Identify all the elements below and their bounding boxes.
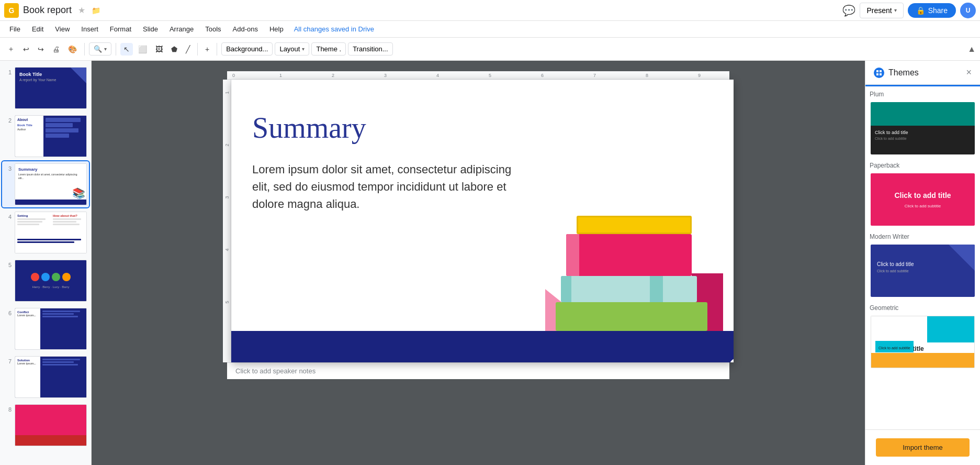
slide-num-7: 7 (4, 358, 12, 364)
svg-rect-2 (876, 73, 878, 75)
themes-footer: Import theme (865, 429, 980, 465)
import-theme-button[interactable]: Import theme (876, 438, 970, 457)
slide-main-title[interactable]: Summary (252, 111, 366, 145)
present-button[interactable]: Present ▾ (860, 3, 903, 18)
avatar[interactable]: U (960, 3, 976, 18)
theme-plum-label: Plum (870, 91, 976, 98)
slide-num-2: 2 (4, 117, 12, 124)
add-button[interactable]: + (202, 43, 212, 56)
svg-rect-3 (880, 73, 882, 75)
slide-canvas[interactable]: Summary Lorem ipsum dolor sit amet, cons… (231, 80, 734, 362)
line-button[interactable]: ╱ (183, 43, 193, 56)
speaker-notes-text: Click to add speaker notes (235, 367, 316, 375)
geometric-cyan-block (927, 316, 974, 342)
themes-header: Themes × (865, 61, 980, 85)
slide-num-6: 6 (4, 310, 12, 316)
shapes-button[interactable]: ⬟ (168, 43, 181, 56)
menu-slide[interactable]: Slide (138, 23, 163, 35)
redo-button[interactable]: ↪ (35, 43, 47, 56)
slide-thumb-2[interactable]: 2 About Book Title Author (2, 113, 89, 159)
plum-title-text: Click to add title (875, 130, 971, 135)
app-icon: G (4, 3, 19, 18)
slide-num-5: 5 (4, 262, 12, 268)
toolbar-separator-3 (197, 43, 198, 56)
zoom-icon: 🔍 (94, 45, 102, 53)
star-icon[interactable]: ★ (78, 5, 85, 15)
layout-button[interactable]: Layout ▾ (275, 42, 309, 56)
paperback-title-text: Click to add title (894, 191, 951, 200)
layout-chevron-icon: ▾ (302, 46, 305, 52)
theme-modern-preview[interactable]: Click to add title Click to add subtitle (870, 243, 976, 298)
toolbar-separator-2 (116, 43, 116, 56)
slide-num-4: 4 (4, 214, 12, 220)
theme-plum-preview[interactable]: Click to add title Click to add subtitle (870, 101, 976, 156)
geometric-yellow-block (871, 353, 974, 368)
themes-close-button[interactable]: × (966, 67, 972, 78)
theme-section-geometric: Geometric Click to add title Click to ad… (870, 304, 976, 369)
slide-bottom-bar (231, 331, 734, 362)
canvas-area[interactable]: 0 1 2 3 4 5 6 7 8 9 1 2 3 4 5 Summary (92, 61, 865, 465)
books-illustration (545, 184, 723, 331)
menu-help[interactable]: Help (264, 23, 289, 35)
themes-icon (874, 68, 884, 78)
new-slide-button[interactable]: ＋ (4, 42, 18, 56)
geometric-subtitle-text: Click to add subtitle (878, 346, 910, 350)
paperback-subtitle-text: Click to add subtitle (905, 204, 941, 208)
menu-insert[interactable]: Insert (76, 23, 104, 35)
theme-modern-label: Modern Writer (870, 233, 976, 240)
text-box-button[interactable]: ⬜ (135, 43, 150, 56)
select-tool-button[interactable]: ↖ (120, 43, 133, 56)
document-title[interactable]: Book report (23, 5, 72, 16)
slide3-body: Lorem ipsum dolor sit amet, consectetur … (15, 173, 86, 180)
modern-subtitle-text: Click to add subtitle (877, 269, 968, 273)
ruler-horizontal: 0 1 2 3 4 5 6 7 8 9 (227, 71, 729, 80)
paint-format-button[interactable]: 🎨 (65, 43, 80, 56)
slide-preview-2: About Book Title Author (15, 115, 87, 157)
slide-thumb-3[interactable]: 3 Summary Lorem ipsum dolor sit amet, co… (2, 161, 89, 207)
slide-preview-7: SolutionLorem ipsum... (15, 356, 87, 398)
menu-file[interactable]: File (4, 23, 26, 35)
slide1-subtitle: A report by Your Name (15, 78, 86, 82)
undo-button[interactable]: ↩ (20, 43, 32, 56)
menu-edit[interactable]: Edit (27, 23, 49, 35)
menu-tools[interactable]: Tools (200, 23, 226, 35)
slide-preview-6: ConflictLorem ipsum... (15, 308, 87, 350)
menu-bar: File Edit View Insert Format Slide Arran… (0, 21, 980, 38)
themes-panel: Themes × Plum Click to add title Click t… (865, 61, 980, 465)
menu-format[interactable]: Format (105, 23, 137, 35)
share-button[interactable]: 🔒 Share (908, 3, 956, 18)
theme-button[interactable]: Theme . (311, 42, 346, 56)
folder-icon[interactable]: 📁 (92, 6, 100, 15)
ruler-vertical: 1 2 3 4 5 (223, 80, 231, 362)
menu-arrange[interactable]: Arrange (164, 23, 199, 35)
slide-thumb-4[interactable]: 4 Setting How about that? (2, 209, 89, 256)
theme-section-modern-writer: Modern Writer Click to add title Click t… (870, 233, 976, 298)
slide-num-3: 3 (4, 165, 12, 172)
svg-rect-1 (880, 70, 882, 72)
slide5-avatars (31, 273, 71, 281)
theme-paperback-preview[interactable]: Click to add title Click to add subtitle (870, 172, 976, 227)
theme-section-paperback: Paperback Click to add title Click to ad… (870, 162, 976, 227)
theme-geometric-preview[interactable]: Click to add title Click to add subtitle (870, 315, 976, 369)
slide-thumb-1[interactable]: 1 Book Title A report by Your Name (2, 65, 89, 111)
themes-title: Themes (888, 68, 919, 78)
comments-icon[interactable]: 💬 (842, 4, 855, 17)
slide-num-1: 1 (4, 69, 12, 75)
slide-body-text[interactable]: Lorem ipsum dolor sit amet, consectetur … (252, 161, 524, 213)
menu-addons[interactable]: Add-ons (228, 23, 263, 35)
zoom-dropdown[interactable]: 🔍 ▾ (89, 42, 111, 56)
slide-thumb-8[interactable]: 8 (2, 402, 89, 448)
transition-button[interactable]: Transition... (348, 42, 392, 56)
collapse-toolbar-button[interactable]: ▲ (967, 45, 976, 54)
slide-thumb-7[interactable]: 7 SolutionLorem ipsum... (2, 354, 89, 400)
print-button[interactable]: 🖨 (49, 43, 63, 56)
slide-preview-8 (15, 404, 87, 446)
speaker-notes[interactable]: Click to add speaker notes (227, 362, 729, 379)
slide3-books-icon: 📚 (72, 187, 85, 200)
menu-view[interactable]: View (50, 23, 75, 35)
toolbar: ＋ ↩ ↪ 🖨 🎨 🔍 ▾ ↖ ⬜ 🖼 ⬟ ╱ + Background... … (0, 38, 980, 61)
slide-thumb-5[interactable]: 5 Harry · Berry · Lucy · Barry (2, 258, 89, 304)
background-button[interactable]: Background... (221, 42, 273, 56)
image-button[interactable]: 🖼 (152, 43, 166, 56)
slide-thumb-6[interactable]: 6 ConflictLorem ipsum... (2, 306, 89, 352)
